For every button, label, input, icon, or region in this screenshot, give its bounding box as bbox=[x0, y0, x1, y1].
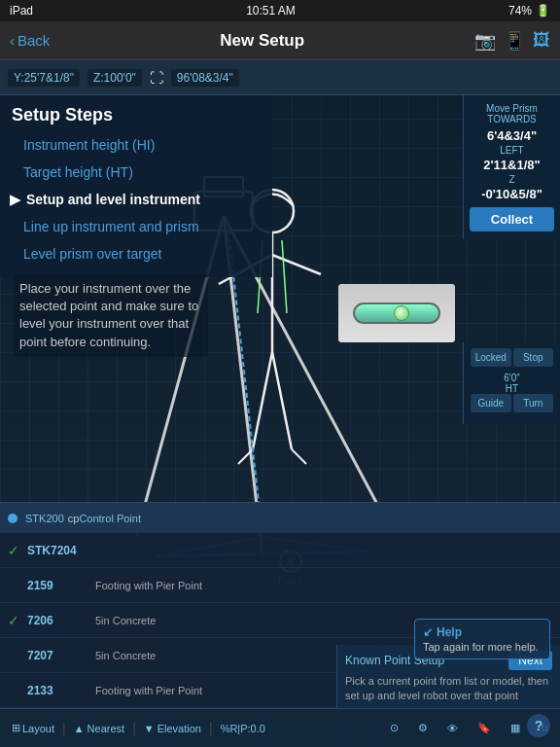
control-point-label: Control Point bbox=[79, 513, 552, 524]
z-coord: Z:100'0" bbox=[88, 69, 142, 87]
check-icon-2: ✓ bbox=[8, 578, 27, 593]
svg-line-8 bbox=[272, 255, 321, 274]
move-prism-title: Move Prism TOWARDS bbox=[470, 103, 554, 124]
angle-coord: 96'08&3/4" bbox=[171, 69, 239, 87]
step-2-label: Target height (HT) bbox=[23, 164, 133, 180]
step-4-label: Line up instrument and prism bbox=[23, 219, 199, 234]
dot-indicator bbox=[8, 514, 18, 523]
controls-row-2: Guide Turn bbox=[470, 394, 554, 412]
step-target-height[interactable]: Target height (HT) bbox=[0, 159, 272, 186]
collect-button[interactable]: Collect bbox=[470, 207, 554, 231]
bubble-tube bbox=[353, 302, 440, 324]
prism-value-1: 6'4&3/4" bbox=[470, 128, 554, 143]
help-title: ↙ Help bbox=[423, 625, 542, 639]
svg-line-10 bbox=[282, 240, 287, 313]
layout-button[interactable]: ⊞ Layout bbox=[8, 720, 58, 736]
main-area: Y:25'7&1/8" Z:100'0" ⛶ 96'08&3/4" Setup … bbox=[0, 60, 560, 747]
svg-line-14 bbox=[292, 449, 306, 464]
step-level-prism[interactable]: Level prism over target bbox=[0, 240, 272, 267]
separator-3: | bbox=[209, 721, 213, 736]
help-tooltip: ↙ Help Tap again for more help. bbox=[414, 619, 550, 659]
svg-line-12 bbox=[272, 352, 292, 449]
percent-label: %R|P:0.0 bbox=[221, 723, 265, 734]
instrument-controls: Locked Stop 6'0" HT Guide Turn bbox=[463, 342, 560, 424]
ht-label: HT bbox=[470, 383, 554, 394]
grid-icon-btn[interactable]: ▦ bbox=[507, 720, 524, 736]
svg-line-11 bbox=[253, 352, 272, 449]
instrument-info: STK200 cp bbox=[8, 513, 79, 524]
locked-button[interactable]: Locked bbox=[471, 348, 511, 367]
turn-button[interactable]: Turn bbox=[513, 394, 554, 412]
check-icon-3: ✓ bbox=[8, 613, 27, 628]
table-row[interactable]: ✓ 2159 Footing with Pier Point bbox=[0, 568, 560, 603]
back-chevron-icon: ‹ bbox=[10, 32, 15, 49]
prism-value-3: -0'10&5/8" bbox=[470, 187, 554, 201]
setup-title: Setup Steps bbox=[0, 95, 272, 131]
bookmark-icon-btn[interactable]: 🔖 bbox=[473, 720, 495, 736]
coords-bar: Y:25'7&1/8" Z:100'0" ⛶ 96'08&3/4" bbox=[0, 60, 560, 95]
row-id-4: 7207 bbox=[27, 649, 95, 662]
nav-bar: ‹ Back New Setup 📷 📱 🖼 bbox=[0, 21, 560, 60]
row-id-3: 7206 bbox=[27, 614, 95, 627]
settings-icon-btn[interactable]: ⚙ bbox=[414, 720, 432, 736]
separator-1: | bbox=[62, 721, 66, 736]
step-line-up[interactable]: Line up instrument and prism bbox=[0, 213, 272, 240]
back-label: Back bbox=[18, 32, 50, 49]
help-button[interactable]: ? bbox=[527, 714, 550, 737]
percent-display: %R|P:0.0 bbox=[217, 721, 269, 736]
row-id-2: 2159 bbox=[27, 579, 95, 592]
check-icon-5: ✓ bbox=[8, 683, 27, 698]
bottom-toolbar: ⊞ Layout | ▲ Nearest | ▼ Elevation | %R|… bbox=[0, 708, 560, 747]
step-setup-level[interactable]: ▶ Setup and level instrument bbox=[0, 186, 272, 213]
prism-value-2: 2'11&1/8" bbox=[470, 158, 554, 172]
guide-button[interactable]: Guide bbox=[471, 394, 511, 412]
step-1-label: Instrument height (HI) bbox=[23, 137, 155, 153]
battery-label: 74% 🔋 bbox=[508, 4, 550, 18]
nav-title: New Setup bbox=[220, 31, 304, 51]
target-icon: ⛶ bbox=[150, 70, 163, 86]
row-desc-2: Footing with Pier Point bbox=[95, 580, 552, 591]
active-arrow-icon: ▶ bbox=[10, 192, 20, 207]
table-header: STK200 cp Control Point bbox=[0, 502, 560, 533]
check-icon-4: ✓ bbox=[8, 648, 27, 663]
description-text: Place your instrument over the selected … bbox=[19, 281, 198, 349]
setup-panel: Setup Steps Instrument height (HI) Targe… bbox=[0, 95, 272, 277]
nearest-button[interactable]: ▲ Nearest bbox=[70, 721, 128, 736]
photo-icon[interactable]: 🖼 bbox=[533, 30, 550, 52]
status-bar: iPad 10:51 AM 74% 🔋 bbox=[0, 0, 560, 21]
row-id-1: STK7204 bbox=[27, 544, 95, 557]
back-button[interactable]: ‹ Back bbox=[10, 32, 50, 49]
description-box: Place your instrument over the selected … bbox=[14, 274, 208, 357]
instrument-id: STK200 bbox=[25, 513, 64, 524]
bubble-circle bbox=[394, 305, 409, 321]
battery-icon: 🔋 bbox=[536, 4, 550, 18]
info-icon[interactable]: 📱 bbox=[504, 30, 525, 52]
right-panel: Move Prism TOWARDS 6'4&3/4" LEFT 2'11&1/… bbox=[463, 95, 560, 239]
prism-label-left: LEFT bbox=[470, 145, 554, 156]
step-instrument-height[interactable]: Instrument height (HI) bbox=[0, 131, 272, 159]
help-title-text: Help bbox=[437, 625, 462, 639]
stop-button[interactable]: Stop bbox=[513, 348, 554, 367]
step-5-label: Level prism over target bbox=[23, 246, 161, 262]
eye-icon-btn[interactable]: 👁 bbox=[443, 721, 462, 736]
layout-label: Layout bbox=[22, 723, 54, 734]
elevation-button[interactable]: ▼ Elevation bbox=[140, 721, 205, 736]
prism-label-z: Z bbox=[470, 174, 554, 185]
height-value: 6'0" bbox=[470, 373, 554, 383]
camera-icon[interactable]: 📷 bbox=[474, 30, 496, 52]
elevation-label: ▼ Elevation bbox=[144, 723, 201, 734]
known-point-desc: Pick a current point from list or model,… bbox=[345, 674, 552, 702]
battery-percent: 74% bbox=[508, 4, 532, 18]
target-icon-btn[interactable]: ⊙ bbox=[386, 720, 402, 736]
cp-label: cp bbox=[68, 513, 80, 524]
level-bubble-inner bbox=[338, 284, 455, 342]
separator-2: | bbox=[132, 721, 136, 736]
time-label: 10:51 AM bbox=[246, 4, 296, 18]
nav-icons: 📷 📱 🖼 bbox=[474, 30, 550, 52]
check-icon-1: ✓ bbox=[8, 543, 27, 558]
table-row[interactable]: ✓ STK7204 bbox=[0, 533, 560, 568]
controls-row-1: Locked Stop bbox=[470, 348, 554, 367]
y-coord: Y:25'7&1/8" bbox=[8, 69, 80, 87]
nearest-label: ▲ Nearest bbox=[74, 723, 124, 734]
step-3-label: Setup and level instrument bbox=[26, 192, 200, 207]
